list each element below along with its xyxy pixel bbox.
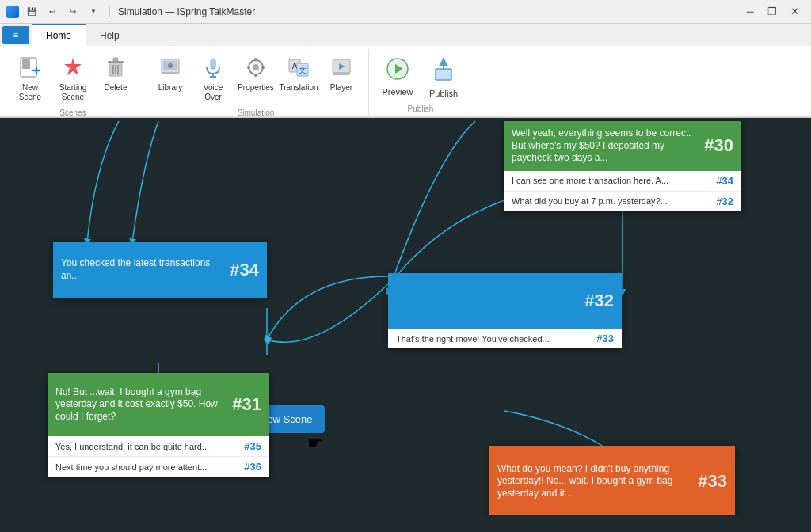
scene-30-text: Well yeah, everything seems to be correc…	[512, 127, 698, 165]
delete-label: Delete	[105, 83, 128, 93]
quick-undo[interactable]: ↩	[44, 5, 60, 19]
scene-card-30[interactable]: Well yeah, everything seems to be correc…	[504, 121, 741, 211]
delete-button[interactable]: Delete	[95, 52, 136, 97]
scene-card-33[interactable]: What do you mean? I didn't buy anything …	[489, 446, 735, 515]
scene-31-option-1[interactable]: Yes, I understand, it can be quite hard.…	[48, 436, 269, 457]
canvas-area: Well yeah, everything seems to be correc…	[0, 118, 811, 515]
library-label: Library	[158, 83, 183, 93]
scene-32-number: #32	[584, 291, 614, 311]
scene-32-option-1[interactable]: That's the right move! You've checked...…	[388, 329, 622, 348]
scene-31-option-1-num: #35	[244, 440, 261, 452]
svg-point-19	[253, 64, 259, 70]
publish-label: Publish	[429, 89, 458, 98]
translation-icon: A 文	[287, 56, 310, 82]
new-scene-icon	[19, 56, 41, 82]
svg-rect-33	[436, 69, 451, 80]
svg-text:文: 文	[299, 66, 307, 74]
app-title: Simulation — iSpring TalkMaster	[118, 6, 255, 17]
scene-31-option-1-text: Yes, I understand, it can be quite hard.…	[55, 442, 209, 451]
quick-redo[interactable]: ↪	[65, 5, 81, 19]
scene-30-option-1[interactable]: I can see one more transaction here. A..…	[504, 171, 741, 192]
svg-rect-7	[113, 58, 118, 61]
voice-over-icon	[204, 56, 223, 82]
starting-scene-icon	[63, 56, 83, 82]
app-icon	[6, 6, 19, 18]
scene-30-option-1-text: I can see one more transaction here. A..…	[512, 176, 668, 185]
svg-point-21	[254, 74, 257, 77]
scene-34-number: #34	[230, 260, 259, 280]
publish-group-buttons: Preview Publish	[375, 49, 466, 102]
scene-30-option-2-num: #32	[716, 196, 733, 207]
publish-ribbon-button[interactable]: Publish	[421, 52, 466, 102]
properties-label: Properties	[238, 83, 274, 93]
scene-33-header: What do you mean? I didn't buy anything …	[489, 446, 735, 515]
scene-31-header: No! But ...wait. I bought a gym bag yest…	[48, 373, 269, 436]
svg-point-20	[254, 58, 257, 61]
svg-rect-13	[162, 72, 179, 74]
app-menu-button[interactable]: ≡	[2, 26, 29, 44]
svg-rect-15	[211, 59, 215, 69]
scene-card-31[interactable]: No! But ...wait. I bought a gym bag yest…	[48, 373, 269, 477]
scene-34-header: You checked the latest transactions an..…	[53, 242, 267, 298]
scene-30-option-2[interactable]: What did you buy at 7 p.m. yesterday?...…	[504, 192, 741, 211]
scene-30-option-2-text: What did you buy at 7 p.m. yesterday?...	[512, 196, 668, 206]
player-button[interactable]: Player	[321, 52, 362, 97]
ribbon-tabs: ≡ Home Help	[0, 24, 811, 46]
publish-icon	[431, 56, 456, 87]
cursor-hand: ☛	[307, 433, 323, 454]
delete-icon	[106, 56, 125, 82]
simulation-group-buttons: Library VoiceOver	[150, 49, 362, 106]
ribbon: ≡ Home Help NewScene	[0, 24, 811, 118]
quick-dropdown[interactable]: ▼	[86, 5, 101, 19]
scene-32-options: That's the right move! You've checked...…	[388, 329, 622, 348]
title-bar: 💾 ↩ ↪ ▼ Simulation — iSpring TalkMaster …	[0, 0, 811, 24]
ribbon-group-scenes: NewScene StartingScene	[3, 49, 143, 116]
scene-30-options: I can see one more transaction here. A..…	[504, 171, 741, 211]
new-scene-ribbon-button[interactable]: NewScene	[10, 52, 51, 106]
library-icon	[160, 56, 181, 82]
scene-33-text: What do you mean? I didn't buy anything …	[497, 463, 691, 500]
player-icon	[331, 56, 352, 82]
translation-button[interactable]: A 文 Translation	[278, 52, 319, 97]
quick-save[interactable]: 💾	[24, 5, 40, 19]
scene-30-header: Well yeah, everything seems to be correc…	[504, 121, 741, 171]
preview-button[interactable]: Preview	[375, 52, 420, 101]
starting-scene-label: StartingScene	[59, 83, 86, 102]
title-bar-left: 💾 ↩ ↪ ▼ Simulation — iSpring TalkMaster	[6, 5, 255, 19]
scene-32-option-1-num: #33	[596, 332, 614, 344]
svg-rect-1	[22, 59, 30, 69]
scene-32-header: #32	[388, 273, 622, 329]
preview-label: Preview	[382, 87, 413, 97]
scene-31-option-2[interactable]: Next time you should pay more attent... …	[48, 457, 269, 477]
scene-31-option-2-num: #36	[244, 461, 261, 473]
scene-30-number: #30	[704, 135, 733, 156]
starting-scene-button[interactable]: StartingScene	[52, 52, 93, 106]
scene-33-number: #33	[698, 471, 727, 492]
svg-marker-4	[64, 58, 82, 75]
scene-30-option-1-num: #34	[716, 175, 733, 187]
scene-card-32[interactable]: #32 That's the right move! You've checke…	[388, 273, 622, 348]
tab-help[interactable]: Help	[86, 24, 134, 46]
scenes-group-buttons: NewScene StartingScene	[10, 49, 136, 106]
library-button[interactable]: Library	[150, 52, 191, 97]
properties-button[interactable]: Properties	[235, 52, 276, 97]
scene-31-text: No! But ...wait. I bought a gym bag yest…	[55, 386, 226, 424]
voice-over-label: VoiceOver	[204, 83, 223, 102]
scene-34-text: You checked the latest transactions an..…	[61, 257, 223, 282]
scene-card-34[interactable]: You checked the latest transactions an..…	[53, 242, 267, 298]
voice-over-button[interactable]: VoiceOver	[192, 52, 234, 106]
ribbon-group-simulation: Library VoiceOver	[143, 49, 369, 116]
svg-point-22	[247, 66, 250, 69]
maximize-button[interactable]: ❐	[762, 3, 782, 21]
publish-group-label: Publish	[375, 102, 466, 116]
minimize-button[interactable]: ─	[740, 3, 760, 21]
tab-home[interactable]: Home	[32, 24, 86, 46]
close-button[interactable]: ✕	[784, 3, 805, 21]
svg-point-14	[168, 63, 173, 68]
scene-31-options: Yes, I understand, it can be quite hard.…	[48, 436, 269, 477]
svg-rect-30	[333, 72, 350, 75]
player-label: Player	[330, 83, 352, 93]
scene-31-option-2-text: Next time you should pay more attent...	[55, 462, 207, 472]
title-bar-controls: ─ ❐ ✕	[740, 3, 805, 21]
translation-label: Translation	[279, 83, 318, 93]
